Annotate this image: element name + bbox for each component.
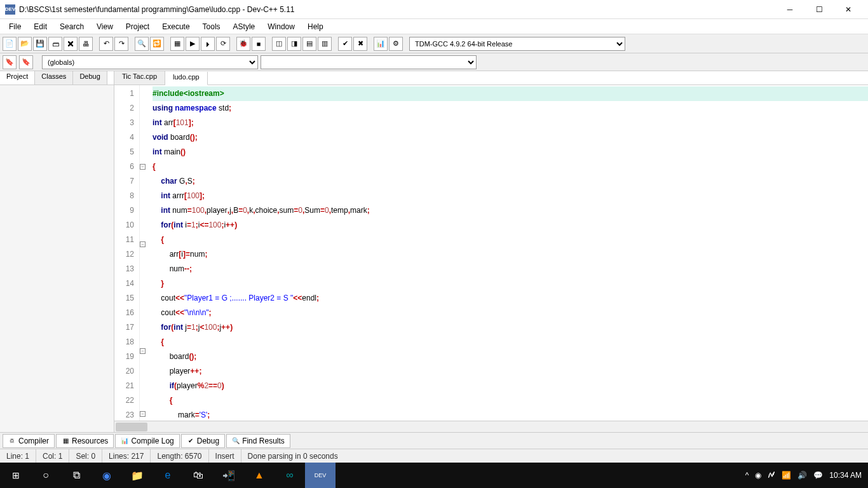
cancel-button[interactable]: ✖ — [353, 37, 367, 51]
window-title: D:\BSCS\1st semester\fundamental program… — [19, 5, 775, 14]
replace-button[interactable]: 🔁 — [150, 37, 164, 51]
rebuild-button[interactable]: ⟳ — [216, 37, 230, 51]
system-tray[interactable]: ^ ◉ 🗲 📶 🔊 💬 10:34 AM — [739, 471, 868, 480]
title-bar: DEV D:\BSCS\1st semester\fundamental pro… — [0, 0, 868, 19]
horizontal-scrollbar[interactable] — [114, 421, 868, 432]
menu-execute[interactable]: Execute — [156, 20, 196, 33]
taskbar-phone-icon[interactable]: 📲 — [214, 463, 244, 488]
minimize-button[interactable]: ─ — [775, 0, 804, 19]
debug-button[interactable]: 🐞 — [236, 37, 250, 51]
bottom-tabs: ⛭Compiler▦Resources📊Compile Log✔Debug🔍Fi… — [0, 432, 868, 449]
save-button[interactable]: 💾 — [33, 37, 47, 51]
bottom-tab-compiler[interactable]: ⛭Compiler — [3, 434, 55, 448]
menu-search[interactable]: Search — [53, 20, 90, 33]
scope-select[interactable]: (globals) — [42, 55, 258, 69]
close-file-button[interactable]: 🗙 — [64, 37, 78, 51]
windows-taskbar: ⊞ ○ ⧉ ◉ 📁 e 🛍 📲 ▲ ∞ DEV ^ ◉ 🗲 📶 🔊 💬 10:3… — [0, 463, 868, 488]
bottom-tab-resources[interactable]: ▦Resources — [56, 434, 114, 448]
tray-wifi-icon[interactable]: 📶 — [782, 471, 791, 480]
side-tab-debug[interactable]: Debug — [73, 71, 107, 85]
find-button[interactable]: 🔍 — [135, 37, 149, 51]
cortana-button[interactable]: ○ — [31, 463, 61, 488]
menu-edit[interactable]: Edit — [27, 20, 53, 33]
editor-area: Tic Tac.cppludo.cpp 12345678910111213141… — [114, 71, 868, 432]
status-mode: Insert — [209, 449, 241, 463]
profile-button[interactable]: 📊 — [374, 37, 388, 51]
debug-icon: ✔ — [187, 437, 194, 445]
check-button[interactable]: ✔ — [338, 37, 352, 51]
status-length: Length: 6570 — [151, 449, 208, 463]
code-content[interactable]: #include<iostream>using namespace std;in… — [149, 85, 868, 421]
menu-tools[interactable]: Tools — [196, 20, 227, 33]
bottom-tab-label: Compile Log — [131, 437, 173, 445]
file-tab[interactable]: ludo.cpp — [165, 72, 208, 85]
menu-astyle[interactable]: AStyle — [227, 20, 262, 33]
side-panel: ProjectClassesDebug — [0, 71, 114, 432]
save-all-button[interactable]: 🗃 — [48, 37, 62, 51]
bottom-tab-find-results[interactable]: 🔍Find Results — [226, 434, 290, 448]
scroll-thumb[interactable] — [116, 423, 147, 431]
status-col: Col: 1 — [36, 449, 69, 463]
compiler-select[interactable]: TDM-GCC 4.9.2 64-bit Release — [409, 37, 625, 51]
menu-window[interactable]: Window — [261, 20, 301, 33]
maximize-button[interactable]: ☐ — [804, 0, 834, 19]
bottom-tab-compile-log[interactable]: 📊Compile Log — [115, 434, 179, 448]
compile-run-button[interactable]: ⏵ — [201, 37, 215, 51]
side-tab-project[interactable]: Project — [0, 71, 35, 85]
tray-notifications-icon[interactable]: 💬 — [813, 471, 823, 480]
tray-up-icon[interactable]: ^ — [745, 471, 749, 480]
menu-help[interactable]: Help — [301, 20, 330, 33]
undo-button[interactable]: ↶ — [99, 37, 113, 51]
menu-bar: FileEditSearchViewProjectExecuteToolsASt… — [0, 19, 868, 34]
tray-volume-icon[interactable]: 🔊 — [797, 471, 807, 480]
goto-file-button[interactable]: 🔖 — [3, 55, 17, 69]
status-bar: Line: 1 Col: 1 Sel: 0 Lines: 217 Length:… — [0, 449, 868, 463]
function-select[interactable] — [261, 55, 477, 69]
layout4-button[interactable]: ▥ — [318, 37, 332, 51]
file-tabs: Tic Tac.cppludo.cpp — [114, 71, 868, 85]
taskbar-store-icon[interactable]: 🛍 — [183, 463, 214, 488]
layout3-button[interactable]: ▤ — [302, 37, 316, 51]
status-lines: Lines: 217 — [102, 449, 151, 463]
goto-func-button[interactable]: 🔖 — [19, 55, 33, 69]
menu-project[interactable]: Project — [119, 20, 156, 33]
side-tab-classes[interactable]: Classes — [35, 71, 73, 85]
close-button[interactable]: ✕ — [834, 0, 863, 19]
layout2-button[interactable]: ◨ — [287, 37, 301, 51]
taskbar-vlc-icon[interactable]: ▲ — [244, 463, 275, 488]
compile-button[interactable]: ▦ — [170, 37, 184, 51]
bottom-tab-label: Debug — [197, 437, 219, 445]
taskbar-arduino-icon[interactable]: ∞ — [275, 463, 305, 488]
menu-file[interactable]: File — [3, 20, 27, 33]
print-button[interactable]: 🖶 — [79, 37, 93, 51]
bottom-tab-debug[interactable]: ✔Debug — [181, 434, 225, 448]
menu-view[interactable]: View — [90, 20, 119, 33]
task-view-button[interactable]: ⧉ — [61, 463, 92, 488]
main-toolbar: 📄 📂 💾 🗃 🗙 🖶 ↶ ↷ 🔍 🔁 ▦ ▶ ⏵ ⟳ 🐞 ■ ◫ ◨ ▤ ▥ … — [0, 34, 868, 53]
taskbar-devcpp-icon[interactable]: DEV — [305, 463, 336, 488]
misc-button[interactable]: ⚙ — [389, 37, 403, 51]
taskbar-explorer-icon[interactable]: 📁 — [122, 463, 153, 488]
start-button[interactable]: ⊞ — [0, 463, 31, 488]
tray-location-icon[interactable]: ◉ — [755, 471, 761, 480]
new-file-button[interactable]: 📄 — [3, 37, 17, 51]
taskbar-edge-icon[interactable]: e — [153, 463, 183, 488]
open-button[interactable]: 📂 — [18, 37, 32, 51]
tray-power-icon[interactable]: 🗲 — [768, 471, 775, 480]
side-tabbar: ProjectClassesDebug — [0, 71, 114, 85]
fold-column[interactable]: −−−− — [140, 85, 149, 421]
find-results-icon: 🔍 — [232, 437, 240, 445]
file-tab[interactable]: Tic Tac.cpp — [114, 71, 165, 85]
taskbar-clock[interactable]: 10:34 AM — [829, 471, 862, 480]
redo-button[interactable]: ↷ — [114, 37, 128, 51]
stop-button[interactable]: ■ — [252, 37, 266, 51]
layout1-button[interactable]: ◫ — [272, 37, 286, 51]
status-line: Line: 1 — [0, 449, 36, 463]
code-editor[interactable]: 123456789101112131415161718192021222324 … — [114, 85, 868, 421]
status-sel: Sel: 0 — [69, 449, 102, 463]
scope-toolbar: 🔖 🔖 (globals) — [0, 53, 868, 71]
taskbar-chrome-icon[interactable]: ◉ — [92, 463, 122, 488]
run-button[interactable]: ▶ — [186, 37, 200, 51]
bottom-tab-label: Resources — [72, 437, 108, 445]
status-message: Done parsing in 0 seconds — [241, 449, 868, 463]
